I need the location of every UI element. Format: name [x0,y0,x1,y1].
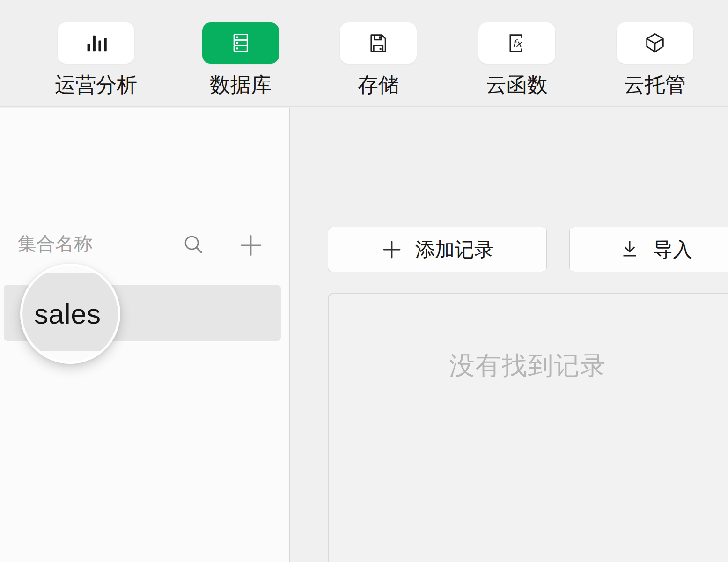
bar-chart-icon [58,22,134,64]
database-icon [202,22,279,64]
search-icon[interactable] [182,233,206,258]
floppy-disk-icon [340,22,417,64]
cloudbase-console: 运营分析 数据库 [0,0,728,562]
tab-label: 云函数 [486,73,548,96]
records-empty-panel: 没有找到记录 [328,293,728,562]
magnifier-loupe-overlay: sales [20,264,120,364]
tab-cloud-functions[interactable]: fx 云函数 [478,22,555,96]
import-download-icon [618,238,641,261]
no-records-message: 没有找到记录 [329,349,727,383]
collections-sidebar: 集合名称 sales [0,108,290,562]
tab-label: 运营分析 [55,73,137,96]
collection-name-magnified: sales [34,264,101,364]
tab-database[interactable]: 数据库 [202,22,279,96]
add-record-label: 添加记录 [415,237,494,263]
import-label: 导入 [653,237,692,263]
add-record-button[interactable]: 添加记录 [328,227,547,272]
records-pane: 添加记录 导入 没有找到记录 [291,108,728,562]
fx-function-icon: fx [478,22,555,64]
tab-storage[interactable]: 存储 [340,22,417,96]
tab-operations-analysis[interactable]: 运营分析 [55,22,137,96]
tab-label: 存储 [358,73,399,96]
cube-icon [617,22,693,64]
tab-cloud-hosting[interactable]: 云托管 [617,22,693,96]
plus-icon [381,238,403,261]
svg-text:fx: fx [513,38,523,49]
import-button[interactable]: 导入 [569,227,728,272]
collections-header-label: 集合名称 [18,232,93,255]
tab-label: 云托管 [624,73,686,96]
add-collection-icon[interactable] [239,233,263,258]
toolbar: 运营分析 数据库 [0,0,728,107]
tab-label: 数据库 [210,73,272,96]
